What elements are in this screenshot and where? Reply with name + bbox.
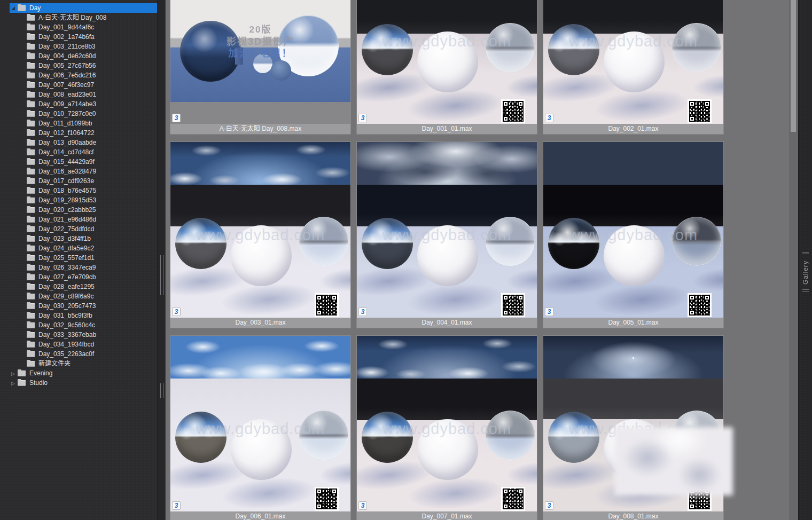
tree-item-label: Day_015_44429a9f [38, 158, 95, 166]
tree-item-label: Day_024_dfa5e9c2 [38, 245, 94, 253]
tree-item-day_005_27c67b56[interactable]: Day_005_27c67b56 [10, 61, 157, 70]
tab-grip [802, 289, 809, 291]
thumbnail-card[interactable]: www.gdybad.com3Day_003_01.max [170, 141, 351, 328]
tree-item-day_016_ae328479[interactable]: Day_016_ae328479 [10, 167, 157, 176]
tree-item-label: Day_033_3367ebab [38, 331, 96, 339]
tab-grip [802, 252, 809, 254]
folder-icon [27, 313, 35, 319]
tree-item-day_018_b76e4575[interactable]: Day_018_b76e4575 [10, 186, 157, 195]
tree-item-day_021_e96d486d[interactable]: Day_021_e96d486d [10, 215, 157, 224]
tree-item-day_009_a714abe3[interactable]: Day_009_a714abe3 [10, 99, 157, 109]
expander-collapsed-icon[interactable]: ▷ [11, 381, 17, 386]
tree-item-day_028_eafe1295[interactable]: Day_028_eafe1295 [10, 282, 157, 291]
thumbnail-card[interactable]: www.gdybad.com3Day_005_01.max [543, 141, 724, 328]
tree-item-label: Day_028_eafe1295 [38, 283, 95, 291]
tree-item-day_011_d1099bb[interactable]: Day_011_d1099bb [10, 119, 157, 128]
tree-item-day_014_cd7d48cf[interactable]: Day_014_cd7d48cf [10, 147, 157, 157]
tree-item-day_003_211ce8b3[interactable]: Day_003_211ce8b3 [10, 42, 157, 51]
max-file-badge: 3 [358, 308, 367, 316]
qr-code [688, 99, 712, 123]
tree-item-day_017_cdf9263e[interactable]: Day_017_cdf9263e [10, 176, 157, 186]
tree-item-day_026_3347eca9[interactable]: Day_026_3347eca9 [10, 263, 157, 272]
tree-item-day_002_1a74b6fa[interactable]: Day_002_1a74b6fa [10, 32, 157, 42]
tree-item-evening[interactable]: ▷Evening [10, 368, 157, 378]
folder-icon [27, 44, 35, 50]
tree-item-label: Studio [29, 379, 48, 387]
tile-caption: Day_007_01.max [357, 511, 537, 520]
folder-icon [27, 130, 35, 136]
tree-item-label: Day_013_d90aabde [38, 139, 96, 147]
folder-icon [27, 111, 35, 117]
tree-item-a-白天-无太阳-day_008[interactable]: A-白天-无太阳 Day_008 [10, 13, 157, 22]
tree-item-新建文件夹[interactable]: 新建文件夹 [10, 359, 157, 368]
tree-item-day_015_44429a9f[interactable]: Day_015_44429a9f [10, 157, 157, 167]
tree-item-day_006_7e5dc216[interactable]: Day_006_7e5dc216 [10, 70, 157, 80]
tree-item-day_022_75ddfdcd[interactable]: Day_022_75ddfdcd [10, 224, 157, 234]
tree-item-label: Day_029_c89f6a9c [38, 293, 93, 301]
expander-collapsed-icon[interactable]: ▷ [11, 371, 17, 376]
thumbnail: www.gdybad.com3 [170, 336, 350, 511]
tree-item-label: Day_003_211ce8b3 [38, 43, 96, 51]
folder-icon [18, 380, 26, 386]
folder-icon [27, 121, 35, 127]
panel-splitter[interactable] [157, 0, 166, 520]
folder-icon [27, 149, 35, 155]
tree-item-day_008_ead23e01[interactable]: Day_008_ead23e01 [10, 90, 157, 99]
expander-expanded-icon[interactable] [11, 6, 15, 10]
gallery-scrollbar-thumb[interactable] [791, 0, 796, 132]
watermark-text: www.gdybad.com [543, 226, 723, 244]
folder-icon [27, 15, 35, 21]
thumbnail-card[interactable]: www.gdybad.com3Day_002_01.max [543, 0, 724, 135]
tree-item-label: Day_027_e7e709cb [38, 273, 96, 281]
tree-item-day_032_9c560c4c[interactable]: Day_032_9c560c4c [10, 320, 157, 330]
tile-caption: Day_003_01.max [170, 318, 350, 328]
tree-item-day_019_28915d53[interactable]: Day_019_28915d53 [10, 195, 157, 205]
folder-icon [27, 226, 35, 232]
asset-browser-window: DayA-白天-无太阳 Day_008Day_001_9d44af6cDay_0… [0, 0, 812, 520]
tree-item-day_035_2263ac0f[interactable]: Day_035_2263ac0f [10, 349, 157, 359]
tree-item-day_010_7287c0e0[interactable]: Day_010_7287c0e0 [10, 109, 157, 119]
tree-item-day_033_3367ebab[interactable]: Day_033_3367ebab [10, 330, 157, 340]
folder-icon [27, 73, 35, 78]
tree-item-day_029_c89f6a9c[interactable]: Day_029_c89f6a9c [10, 291, 157, 301]
folder-icon [27, 265, 35, 271]
tree-item-day_034_1934fbcd[interactable]: Day_034_1934fbcd [10, 340, 157, 349]
folder-icon [27, 25, 35, 30]
tree-item-day_004_de62c60d[interactable]: Day_004_de62c60d [10, 51, 157, 61]
thumbnail-image: www.gdybad.com [170, 142, 350, 318]
blur-preview-overlay [614, 427, 733, 495]
tree-item-label: Day_025_557ef1d1 [38, 254, 95, 262]
folder-icon [27, 198, 35, 203]
tree-item-day_020_c2abbb25[interactable]: Day_020_c2abbb25 [10, 205, 157, 215]
tree-item-label: Day_012_f1064722 [38, 129, 95, 137]
tree-item-day_013_d90aabde[interactable]: Day_013_d90aabde [10, 138, 157, 147]
tree-item-day_030_205c7473[interactable]: Day_030_205c7473 [10, 301, 157, 311]
tree-item-day_012_f1064722[interactable]: Day_012_f1064722 [10, 128, 157, 138]
thumbnail-card[interactable]: www.gdybad.com3Day_006_01.max [170, 335, 351, 520]
thumbnail-card[interactable]: www.gdybad.com3Day_001_01.max [356, 0, 537, 135]
tree-item-day_031_b5c9f3fb[interactable]: Day_031_b5c9f3fb [10, 311, 157, 320]
tree-item-label: Day_006_7e5dc216 [38, 72, 96, 80]
folder-icon [27, 159, 35, 165]
tree-item-day_024_dfa5e9c2[interactable]: Day_024_dfa5e9c2 [10, 243, 157, 253]
collapsed-gallery-tab-strip[interactable]: Gallery [798, 0, 812, 520]
gallery-scrollbar[interactable] [789, 0, 798, 520]
tree-item-day_007_46f3ec97[interactable]: Day_007_46f3ec97 [10, 80, 157, 90]
tree-item-day_023_d3f4ff1b[interactable]: Day_023_d3f4ff1b [10, 234, 157, 243]
thumbnail-card[interactable]: www.gdybad.com3Day_004_01.max [356, 141, 537, 328]
tree-item-day_027_e7e709cb[interactable]: Day_027_e7e709cb [10, 272, 157, 282]
tile-caption: Day_001_01.max [357, 124, 537, 134]
tree-item-day[interactable]: Day [10, 3, 157, 13]
tree-item-label: Day_002_1a74b6fa [38, 33, 95, 41]
tree-item-day_025_557ef1d1[interactable]: Day_025_557ef1d1 [10, 253, 157, 263]
tree-item-day_001_9d44af6c[interactable]: Day_001_9d44af6c [10, 22, 157, 32]
folder-icon [27, 351, 35, 357]
folder-icon [27, 169, 35, 175]
tile-caption: Day_005_01.max [543, 318, 723, 328]
thumbnail-card[interactable]: www.gdybad.com3Day_007_01.max [356, 335, 537, 520]
max-file-badge: 3 [358, 114, 367, 122]
tree-item-studio[interactable]: ▷Studio [10, 378, 157, 388]
watermark-text: www.gdybad.com [357, 33, 537, 50]
thumbnail-card[interactable]: 20版影视3D摄影广加油！老男！3A-白天-无太阳 Day_008.max [170, 0, 351, 135]
tab-gallery[interactable]: Gallery [802, 261, 809, 285]
